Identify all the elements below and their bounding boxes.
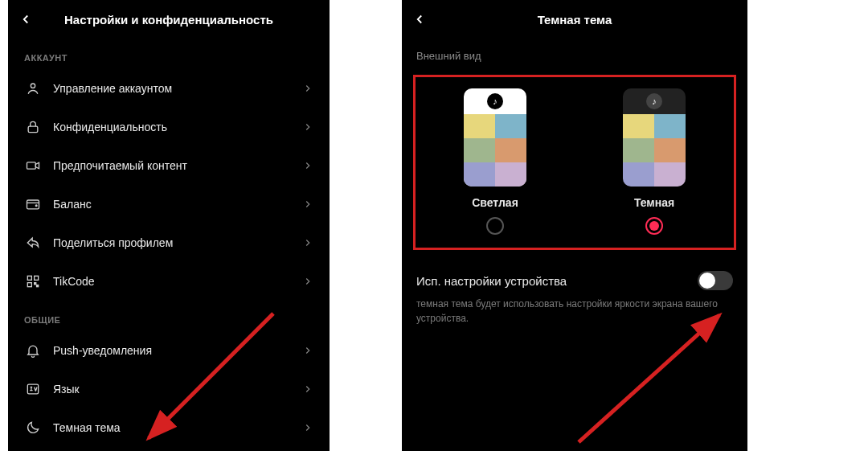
chevron-right-icon	[302, 383, 313, 395]
row-dark-mode[interactable]: Темная тема	[8, 408, 330, 447]
page-title: Настройки и конфиденциальность	[8, 13, 330, 27]
theme-selection-highlight: ♪ Светлая ♪ Темная	[413, 75, 736, 250]
theme-preview-dark: ♪	[623, 88, 686, 187]
theme-label: Темная	[634, 196, 674, 209]
chevron-right-icon	[302, 237, 313, 248]
lock-icon	[24, 118, 42, 136]
header: Темная тема	[402, 0, 747, 39]
tiktok-icon: ♪	[487, 93, 503, 109]
row-label: Предпочитаемый контент	[53, 159, 302, 172]
tiktok-icon: ♪	[646, 93, 662, 109]
moon-icon	[24, 419, 42, 437]
user-icon	[24, 80, 42, 97]
row-balance[interactable]: Баланс	[8, 185, 330, 223]
svg-rect-10	[37, 285, 39, 287]
page-title: Темная тема	[402, 13, 747, 27]
svg-line-13	[579, 315, 719, 442]
chevron-left-icon	[18, 12, 33, 27]
svg-point-0	[31, 84, 35, 88]
row-label: Поделиться профилем	[53, 236, 302, 249]
back-button[interactable]	[408, 8, 431, 31]
row-label: Темная тема	[53, 421, 302, 434]
row-label: Push-уведомления	[53, 344, 302, 357]
theme-preview-light: ♪	[464, 88, 526, 187]
theme-label: Светлая	[472, 196, 518, 209]
theme-option-dark[interactable]: ♪ Темная	[623, 88, 686, 235]
chevron-right-icon	[302, 276, 313, 287]
wallet-icon	[24, 195, 42, 213]
row-share-profile[interactable]: Поделиться профилем	[8, 223, 330, 262]
qr-icon	[24, 273, 42, 290]
svg-rect-7	[35, 276, 39, 280]
section-general-label: ОБЩИЕ	[8, 301, 330, 331]
row-label: Баланс	[53, 198, 302, 211]
theme-option-light[interactable]: ♪ Светлая	[464, 88, 526, 235]
row-language[interactable]: Язык	[8, 370, 330, 408]
row-tikcode[interactable]: TikCode	[8, 262, 330, 301]
svg-point-5	[35, 205, 37, 207]
header: Настройки и конфиденциальность	[8, 0, 330, 39]
back-button[interactable]	[14, 8, 37, 31]
row-label: Управление аккаунтом	[53, 82, 302, 95]
radio-light[interactable]	[486, 217, 504, 235]
row-privacy[interactable]: Конфиденциальность	[8, 108, 330, 146]
toggle-knob	[699, 273, 715, 289]
svg-rect-6	[27, 276, 31, 280]
svg-rect-2	[27, 162, 36, 169]
row-label: Конфиденциальность	[53, 121, 302, 133]
chevron-right-icon	[302, 83, 313, 94]
bell-icon	[24, 342, 42, 359]
section-account-label: АККАУНТ	[8, 39, 330, 69]
chevron-right-icon	[302, 422, 313, 433]
chevron-right-icon	[302, 345, 313, 356]
svg-rect-8	[27, 283, 31, 287]
share-icon	[24, 234, 42, 252]
row-push[interactable]: Push-уведомления	[8, 331, 330, 370]
row-label: TikCode	[53, 275, 302, 288]
chevron-right-icon	[302, 160, 313, 171]
language-icon	[24, 380, 42, 398]
svg-rect-1	[28, 126, 38, 133]
row-content-pref[interactable]: Предпочитаемый контент	[8, 146, 330, 185]
device-settings-row: Исп. настройки устройства	[402, 250, 747, 293]
appearance-label: Внешний вид	[402, 39, 747, 67]
video-icon	[24, 157, 42, 174]
dark-mode-screen: Темная тема Внешний вид ♪ Светлая ♪ Темн…	[402, 0, 747, 451]
radio-dark[interactable]	[645, 217, 663, 235]
svg-rect-9	[35, 283, 36, 285]
row-manage-account[interactable]: Управление аккаунтом	[8, 69, 330, 108]
row-label: Язык	[53, 383, 302, 396]
toggle-hint: темная тема будет использовать настройки…	[402, 293, 747, 326]
toggle-label: Исп. настройки устройства	[416, 274, 698, 288]
svg-rect-4	[27, 200, 39, 209]
svg-marker-3	[35, 162, 39, 169]
device-settings-toggle[interactable]	[698, 271, 733, 290]
chevron-right-icon	[302, 199, 313, 210]
chevron-right-icon	[302, 121, 313, 133]
chevron-left-icon	[412, 12, 427, 27]
settings-screen: Настройки и конфиденциальность АККАУНТ У…	[8, 0, 330, 451]
